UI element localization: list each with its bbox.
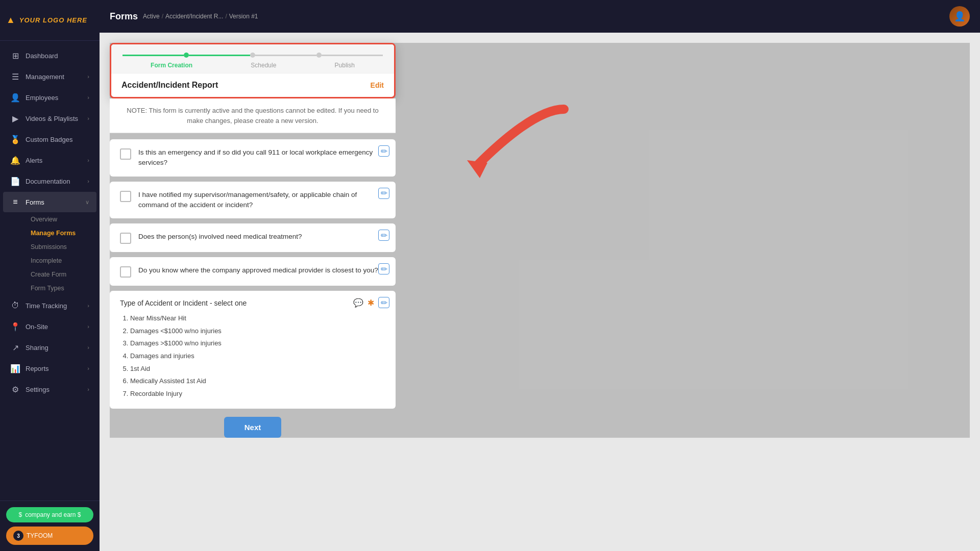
sidebar-item-dashboard[interactable]: ⊞ Dashboard <box>3 45 96 66</box>
step-dot-2 <box>250 53 255 58</box>
question-edit-icon-1[interactable]: ✏ <box>378 145 389 157</box>
subnav-incomplete[interactable]: Incomplete <box>26 254 96 267</box>
breadcrumb-version: Version #1 <box>229 13 258 20</box>
question-edit-icon-2[interactable]: ✏ <box>378 188 389 199</box>
question-edit-icon-3[interactable]: ✏ <box>378 230 389 241</box>
referral-button[interactable]: $ company and earn $ <box>6 507 93 522</box>
question-text-2: I have notified my supervisor/management… <box>138 190 385 211</box>
question-card-1: Is this an emergency and if so did you c… <box>110 139 396 177</box>
documentation-icon: 📄 <box>10 176 20 186</box>
page-title: Forms <box>110 11 138 22</box>
content-wrapper: Form Creation Schedule Publish Accident/… <box>110 43 970 438</box>
sidebar-item-label: Dashboard <box>26 52 58 60</box>
alerts-icon: 🔔 <box>10 155 20 165</box>
sidebar-item-videos[interactable]: ▶ Videos & Playlists › <box>3 108 96 129</box>
subnav-overview[interactable]: Overview <box>26 213 96 226</box>
main-area: Forms Active / Accident/Incident R... / … <box>100 0 980 551</box>
chevron-right-icon: › <box>87 344 89 350</box>
topbar: Forms Active / Accident/Incident R... / … <box>100 0 980 33</box>
sidebar-item-reports[interactable]: 📊 Reports › <box>3 358 96 379</box>
subnav-manage-forms[interactable]: Manage Forms <box>26 227 96 240</box>
question-checkbox-4[interactable] <box>120 266 131 278</box>
question-checkbox-3[interactable] <box>120 233 131 244</box>
next-button[interactable]: Next <box>224 417 282 438</box>
sidebar-item-label: Sharing <box>26 344 48 352</box>
subnav-form-types[interactable]: Form Types <box>26 282 96 295</box>
sidebar-item-custom-badges[interactable]: 🏅 Custom Badges <box>3 129 96 149</box>
employees-icon: 👤 <box>10 92 20 103</box>
dashboard-icon: ⊞ <box>10 51 20 61</box>
question-checkbox-2[interactable] <box>120 191 131 202</box>
sidebar-item-settings[interactable]: ⚙ Settings › <box>3 379 96 399</box>
question-edit-icon-4[interactable]: ✏ <box>378 263 389 274</box>
forms-icon: ≡ <box>10 197 20 207</box>
reports-icon: 📊 <box>10 363 20 373</box>
on-site-icon: 📍 <box>10 321 20 332</box>
edit-button[interactable]: Edit <box>371 81 384 89</box>
step-line-4 <box>322 55 383 56</box>
sidebar-item-label: On-Site <box>26 323 48 331</box>
sidebar-item-documentation[interactable]: 📄 Documentation › <box>3 171 96 191</box>
subnav-submissions[interactable]: Submissions <box>26 240 96 254</box>
breadcrumb-sep2: / <box>225 13 227 20</box>
breadcrumb-active: Active <box>143 13 160 20</box>
form-main: NOTE: This form is currently active and … <box>110 98 396 438</box>
topbar-left: Forms Active / Accident/Incident R... / … <box>110 11 258 22</box>
management-icon: ☰ <box>10 71 20 82</box>
question-checkbox-1[interactable] <box>120 148 131 160</box>
comment-icon[interactable]: 💬 <box>353 298 363 308</box>
chevron-right-icon: › <box>87 94 89 101</box>
step-label-publish: Publish <box>335 62 355 69</box>
step-label-schedule: Schedule <box>251 62 276 69</box>
accident-option-2: Damages <$1000 w/no injuries <box>130 325 385 338</box>
chevron-right-icon: › <box>87 73 89 80</box>
accident-options-list: Near Miss/Near Hit Damages <$1000 w/no i… <box>120 312 385 400</box>
sidebar-item-time-tracking[interactable]: ⏱ Time Tracking › <box>3 295 96 316</box>
sidebar-bottom: $ company and earn $ 3 TYFOOM <box>0 500 100 551</box>
sidebar-item-sharing[interactable]: ↗ Sharing › <box>3 337 96 358</box>
steps-progress-bar <box>121 53 384 58</box>
subnav-create-form[interactable]: Create Form <box>26 268 96 281</box>
accident-edit-icon[interactable]: ✏ <box>378 297 389 308</box>
step-dot-3 <box>316 53 322 58</box>
forms-subnav: Overview Manage Forms Submissions Incomp… <box>0 213 100 295</box>
steps-header: Form Creation Schedule Publish <box>111 44 394 73</box>
referral-label: company and earn $ <box>25 511 81 518</box>
accident-option-7: Recordable Injury <box>130 388 385 400</box>
sidebar-item-label: Reports <box>26 365 49 372</box>
sidebar-item-on-site[interactable]: 📍 On-Site › <box>3 316 96 337</box>
sidebar-nav: ⊞ Dashboard ☰ Management › 👤 Employees ›… <box>0 41 100 500</box>
step-label-form-creation: Form Creation <box>151 62 192 69</box>
notification-badge: 3 <box>13 531 23 541</box>
step-line-3 <box>255 55 316 56</box>
sidebar-item-alerts[interactable]: 🔔 Alerts › <box>3 150 96 170</box>
sidebar-item-forms[interactable]: ≡ Forms ∨ <box>3 192 96 212</box>
chevron-right-icon: › <box>87 365 89 371</box>
chevron-down-icon: ∨ <box>85 199 89 206</box>
notification-label: TYFOOM <box>27 532 53 539</box>
breadcrumb-form: Accident/Incident R... <box>165 13 223 20</box>
form-note: NOTE: This form is currently active and … <box>110 98 396 133</box>
chevron-right-icon: › <box>87 303 89 309</box>
sidebar-item-label: Management <box>26 73 64 81</box>
sidebar-item-management[interactable]: ☰ Management › <box>3 66 96 87</box>
form-title: Accident/Incident Report <box>121 81 218 90</box>
step-line-1 <box>122 55 184 56</box>
sidebar-item-employees[interactable]: 👤 Employees › <box>3 87 96 108</box>
sidebar-item-label: Time Tracking <box>26 302 67 310</box>
referral-icon: $ <box>18 511 22 518</box>
accident-card-actions: 💬 ✱ ✏ <box>353 297 389 308</box>
accident-option-4: Damages and injuries <box>130 350 385 363</box>
form-title-row: Accident/Incident Report Edit <box>111 73 394 97</box>
breadcrumb: Active / Accident/Incident R... / Versio… <box>143 13 258 20</box>
accident-option-5: 1st Aid <box>130 363 385 375</box>
question-card-3: Does the person(s) involved need medical… <box>110 223 396 252</box>
accident-option-3: Damages >$1000 w/no injuries <box>130 337 385 350</box>
accident-option-6: Medically Assisted 1st Aid <box>130 375 385 388</box>
user-avatar[interactable]: 👤 <box>949 6 970 27</box>
question-text-1: Is this an emergency and if so did you c… <box>138 147 385 168</box>
time-tracking-icon: ⏱ <box>10 300 20 311</box>
sidebar-item-label: Custom Badges <box>26 136 73 143</box>
breadcrumb-sep: / <box>162 13 163 20</box>
notification-bar[interactable]: 3 TYFOOM <box>6 527 93 545</box>
